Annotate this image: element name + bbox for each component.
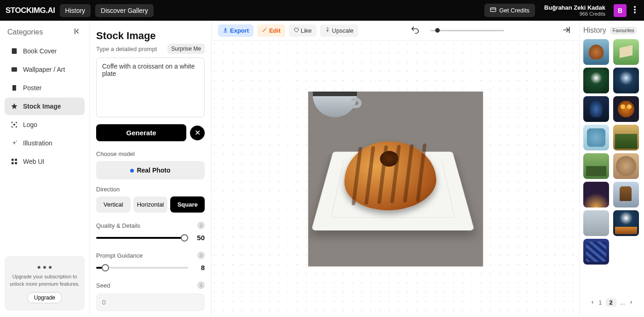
history-thumb[interactable]	[613, 210, 639, 236]
svg-point-3	[634, 9, 636, 11]
upscale-label: Upscale	[332, 27, 354, 34]
export-button[interactable]: Export	[218, 24, 253, 37]
generate-button[interactable]: Generate	[96, 124, 186, 141]
history-thumb[interactable]	[583, 39, 609, 65]
history-thumb[interactable]	[583, 125, 609, 150]
poster-icon	[10, 84, 18, 92]
like-label: Like	[301, 27, 312, 34]
category-label: Stock Image	[23, 103, 61, 110]
upgrade-text: Upgrade your subscription to unlock more…	[9, 273, 80, 288]
history-thumb[interactable]	[583, 210, 609, 236]
history-thumb[interactable]	[613, 182, 639, 207]
category-web-ui[interactable]: Web UI	[5, 153, 85, 170]
guidance-slider[interactable]	[96, 267, 188, 269]
edit-button[interactable]: Edit	[257, 24, 285, 37]
get-credits-label: Get Credits	[499, 7, 529, 14]
history-thumb[interactable]	[583, 182, 609, 207]
undo-icon[interactable]	[408, 23, 421, 38]
pager-page-1[interactable]: 1	[598, 299, 602, 306]
history-thumb[interactable]	[583, 96, 609, 122]
guidance-label: Prompt Guidance	[96, 252, 143, 259]
book-icon	[10, 47, 18, 55]
prompt-hint: Type a detailed prompt	[96, 46, 157, 52]
history-thumb[interactable]	[613, 125, 639, 150]
prompt-input[interactable]	[96, 58, 205, 117]
history-thumb[interactable]	[583, 239, 609, 265]
favourites-button[interactable]: Favourites	[610, 27, 637, 35]
user-credits: 966 Credits	[544, 11, 605, 17]
category-logo[interactable]: Logo	[5, 116, 85, 133]
svg-marker-9	[11, 103, 17, 109]
sidebar: Categories Book Cover Wallpaper / Art Po…	[0, 21, 90, 317]
fit-to-screen-icon[interactable]	[560, 23, 573, 38]
svg-point-2	[634, 6, 636, 8]
svg-rect-0	[490, 8, 496, 12]
direction-horizontal-button[interactable]: Horizontal	[133, 196, 168, 213]
pencil-icon	[262, 27, 267, 34]
credit-card-icon	[490, 6, 496, 14]
generated-image[interactable]	[308, 92, 483, 266]
svg-marker-12	[16, 140, 17, 142]
history-thumb[interactable]	[583, 153, 609, 179]
surprise-me-button[interactable]: Surprise Me	[167, 44, 205, 54]
grid-icon	[10, 157, 18, 166]
quality-slider[interactable]	[96, 237, 188, 239]
history-thumb[interactable]	[613, 96, 639, 122]
category-wallpaper[interactable]: Wallpaper / Art	[5, 61, 85, 78]
choose-model-label: Choose model	[96, 150, 205, 157]
get-credits-button[interactable]: Get Credits	[484, 4, 535, 17]
svg-rect-13	[12, 159, 14, 161]
model-name: Real Photo	[137, 167, 170, 174]
upscale-button[interactable]: Upscale	[320, 24, 358, 37]
like-button[interactable]: Like	[289, 24, 316, 37]
history-thumb[interactable]	[613, 153, 639, 179]
history-thumb[interactable]	[613, 39, 639, 65]
avatar[interactable]: B	[614, 4, 627, 17]
model-active-dot-icon	[130, 169, 134, 173]
category-poster[interactable]: Poster	[5, 79, 85, 97]
history-thumb[interactable]	[613, 68, 639, 93]
direction-square-button[interactable]: Square	[170, 196, 205, 213]
pager-ellipsis: ...	[620, 299, 625, 306]
user-block: Buğrahan Zeki Kadak 966 Credits	[544, 4, 605, 17]
direction-vertical-button[interactable]: Vertical	[96, 196, 131, 213]
category-label: Illustration	[23, 139, 52, 147]
quality-label: Quality & Details	[96, 222, 140, 229]
history-button[interactable]: History	[60, 4, 91, 17]
zoom-slider[interactable]	[431, 30, 504, 31]
canvas[interactable]	[212, 41, 579, 317]
info-icon[interactable]: i	[197, 222, 205, 229]
svg-marker-11	[12, 141, 16, 145]
seed-input[interactable]	[96, 294, 205, 311]
svg-rect-16	[15, 162, 17, 164]
category-illustration[interactable]: Illustration	[5, 134, 85, 152]
topbar: STOCKIMG.AI History Discover Gallery Get…	[0, 0, 644, 21]
category-label: Web UI	[23, 158, 44, 165]
pager-page-2[interactable]: 2	[606, 298, 616, 307]
category-stock-image[interactable]: Stock Image	[5, 98, 85, 115]
history-thumbnails	[583, 39, 640, 265]
svg-rect-14	[15, 159, 17, 161]
image-icon	[10, 65, 18, 74]
pager-next-icon[interactable]	[629, 299, 633, 306]
page-title: Stock Image	[96, 30, 205, 42]
svg-point-10	[14, 124, 15, 126]
discover-gallery-button[interactable]: Discover Gallery	[95, 4, 154, 17]
history-panel: History Favourites 1 2 ...	[580, 21, 644, 317]
clear-prompt-button[interactable]: ✕	[190, 126, 205, 140]
history-thumb[interactable]	[583, 68, 609, 93]
collapse-sidebar-icon[interactable]	[74, 27, 82, 37]
upscale-icon	[325, 27, 330, 34]
info-icon[interactable]: i	[197, 282, 205, 289]
user-name: Buğrahan Zeki Kadak	[544, 4, 605, 11]
category-book-cover[interactable]: Book Cover	[5, 42, 85, 60]
model-selector[interactable]: Real Photo	[96, 161, 205, 179]
kebab-menu-icon[interactable]	[631, 6, 638, 15]
upgrade-button[interactable]: Upgrade	[27, 292, 62, 303]
svg-rect-8	[12, 85, 16, 91]
category-label: Wallpaper / Art	[23, 66, 65, 73]
category-label: Book Cover	[23, 47, 57, 55]
info-icon[interactable]: i	[197, 252, 205, 259]
heart-icon	[293, 27, 299, 34]
pager-prev-icon[interactable]	[590, 299, 595, 306]
